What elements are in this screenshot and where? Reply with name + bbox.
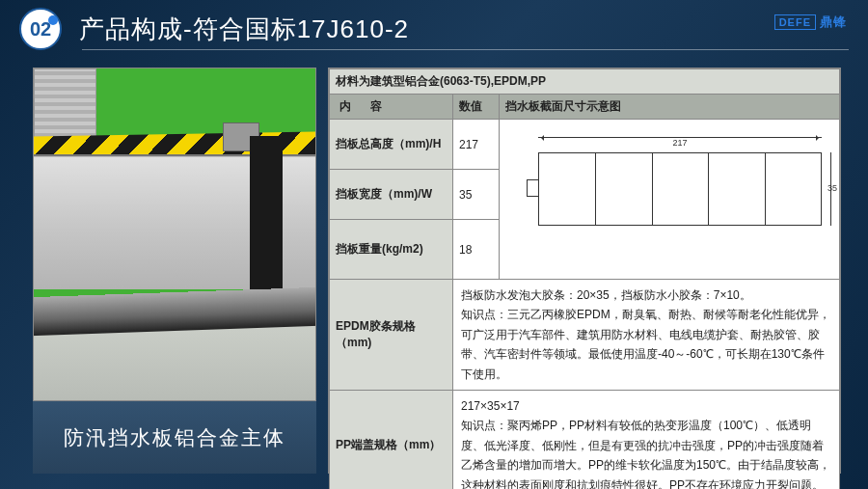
material-row: 材料为建筑型铝合金(6063-T5),EPDM,PP	[330, 69, 840, 95]
epdm-line1: 挡板防水发泡大胶条：20×35，挡板防水小胶条：7×10。	[461, 285, 831, 305]
dim-height-label: 35	[827, 183, 837, 193]
row-value: 35	[453, 170, 500, 220]
material-cell: 材料为建筑型铝合金(6063-T5),EPDM,PP	[330, 69, 840, 95]
header-row: 内容 数值 挡水板截面尺寸示意图	[330, 95, 840, 120]
pp-desc: 217×35×17 知识点：聚丙烯PP，PP材料有较低的热变形温度（100℃）、…	[453, 390, 840, 489]
col-value: 数值	[453, 95, 500, 120]
epdm-desc: 挡板防水发泡大胶条：20×35，挡板防水小胶条：7×10。 知识点：三元乙丙橡胶…	[453, 280, 840, 391]
row-label: 挡板宽度（mm)/W	[330, 170, 453, 220]
epdm-line2: 知识点：三元乙丙橡胶EPDM，耐臭氧、耐热、耐候等耐老化性能优异，可广泛用于汽车…	[461, 305, 831, 384]
spec-table-container: 材料为建筑型铝合金(6063-T5),EPDM,PP 内容 数值 挡水板截面尺寸…	[328, 68, 841, 474]
logo-box: DEFE	[774, 14, 816, 30]
row-value: 217	[453, 120, 500, 170]
slide-header: 02 产品构成-符合国标17J610-2 DEFE 鼎锋	[0, 0, 868, 58]
row-label: 挡板重量(kg/m2)	[330, 220, 453, 280]
logo-text: 鼎锋	[820, 14, 847, 31]
pp-row: PP端盖规格（mm） 217×35×17 知识点：聚丙烯PP，PP材料有较低的热…	[330, 390, 840, 489]
left-column: 防汛挡水板铝合金主体	[33, 68, 316, 474]
product-photo	[33, 68, 316, 401]
row-label: 挡板总高度（mm)/H	[330, 120, 453, 170]
diagram-cell: 217 35	[500, 120, 840, 280]
content-area: 防汛挡水板铝合金主体 材料为建筑型铝合金(6063-T5),EPDM,PP 内容…	[0, 58, 868, 489]
epdm-row: EPDM胶条规格（mm) 挡板防水发泡大胶条：20×35，挡板防水小胶条：7×1…	[330, 280, 840, 391]
slide-title: 产品构成-符合国标17J610-2	[79, 13, 409, 46]
section-badge: 02	[19, 8, 62, 50]
pp-line1: 217×35×17	[461, 396, 831, 416]
epdm-label: EPDM胶条规格（mm)	[330, 280, 453, 391]
spec-table: 材料为建筑型铝合金(6063-T5),EPDM,PP 内容 数值 挡水板截面尺寸…	[329, 68, 840, 489]
brand-logo: DEFE 鼎锋	[774, 14, 847, 31]
dim-width-label: 217	[670, 138, 689, 148]
row-value: 18	[453, 220, 500, 280]
pp-line2: 知识点：聚丙烯PP，PP材料有较低的热变形温度（100℃）、低透明度、低光泽度、…	[461, 416, 831, 489]
pp-label: PP端盖规格（mm）	[330, 390, 453, 489]
header-underline	[82, 49, 849, 50]
section-number: 02	[30, 18, 51, 41]
col-diagram: 挡水板截面尺寸示意图	[500, 95, 840, 120]
photo-caption: 防汛挡水板铝合金主体	[33, 401, 316, 474]
table-row: 挡板总高度（mm)/H 217 217 35	[330, 120, 840, 170]
cross-section-diagram: 217 35	[505, 125, 833, 273]
col-content: 内容	[330, 95, 453, 120]
